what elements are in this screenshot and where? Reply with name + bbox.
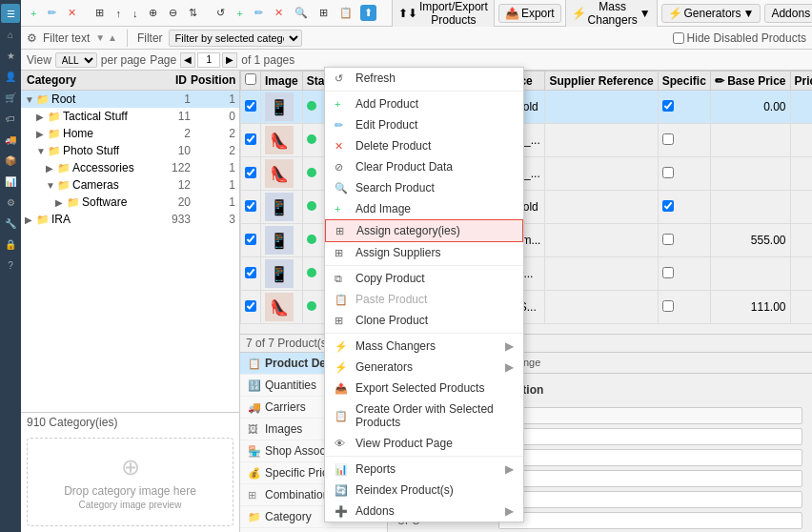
hide-disabled-checkbox[interactable] bbox=[673, 32, 684, 44]
ctx-add-image[interactable]: + Add Image bbox=[325, 198, 523, 219]
duplicate-btn[interactable]: ⊞ bbox=[91, 5, 108, 21]
delete-product-btn[interactable]: ✕ bbox=[64, 5, 80, 21]
generators-btn[interactable]: ⚡ Generators ▼ bbox=[661, 4, 761, 23]
add-category-btn[interactable]: + bbox=[233, 6, 246, 21]
page-input[interactable] bbox=[197, 52, 220, 68]
select-all-checkbox[interactable] bbox=[245, 73, 256, 85]
nav-item-suppliers[interactable]: 👥 Suppliers bbox=[240, 528, 387, 532]
sidebar-icon-truck[interactable]: 🚚 bbox=[1, 130, 20, 149]
category-image-drop[interactable]: ⊕ Drop category image here Category imag… bbox=[27, 438, 233, 526]
ctx-add-product[interactable]: + Add Product bbox=[325, 93, 523, 114]
sidebar-icon-home[interactable]: ⌂ bbox=[1, 25, 20, 44]
row5-check[interactable] bbox=[241, 224, 261, 257]
copy-btn[interactable]: ⊞ bbox=[315, 5, 332, 21]
row4-base-price bbox=[710, 191, 790, 224]
tree-item-cameras[interactable]: ▼ 📁 Cameras 12 1 bbox=[21, 176, 239, 194]
row6-check[interactable] bbox=[241, 257, 261, 291]
upc-field[interactable] bbox=[498, 512, 802, 529]
tree-item-software[interactable]: ▶ 📁 Software 20 1 bbox=[21, 194, 239, 211]
ctx-addons[interactable]: ➕ Addons ▶ bbox=[325, 501, 523, 522]
export-btn[interactable]: 📤 Export bbox=[498, 4, 561, 23]
ctx-edit-product[interactable]: ✏ Edit Product bbox=[325, 114, 523, 135]
ctx-search-product[interactable]: 🔍 Search Product bbox=[325, 177, 523, 198]
row5-base-price: 555.00 bbox=[710, 224, 790, 257]
per-page-select[interactable]: ALL bbox=[55, 52, 97, 68]
sidebar-icon-person[interactable]: 👤 bbox=[1, 67, 20, 86]
ctx-clear-data[interactable]: ⊘ Clear Product Data bbox=[325, 156, 523, 177]
collapse-btn[interactable]: ⊖ bbox=[165, 5, 181, 21]
row4-check[interactable] bbox=[241, 191, 261, 224]
mass-changers-btn[interactable]: ⚡ Mass Changers ▼ bbox=[565, 0, 658, 30]
ctx-clone-product[interactable]: ⊞ Clone Product bbox=[325, 310, 523, 331]
row1-check[interactable] bbox=[241, 91, 261, 124]
sidebar-icon-box[interactable]: 📦 bbox=[1, 151, 20, 170]
category-filter-select[interactable]: Filter by selected category bbox=[169, 30, 302, 47]
sidebar-icon-help[interactable]: ? bbox=[1, 256, 20, 275]
category-header: Category ID Position bbox=[21, 71, 239, 91]
sidebar-icon-menu[interactable]: ☰ bbox=[1, 4, 20, 23]
ctx-assign-suppliers[interactable]: ⊞ Assign Suppliers bbox=[325, 242, 523, 263]
ctx-refresh[interactable]: ↺ Refresh bbox=[325, 68, 523, 89]
row2-base-price bbox=[710, 124, 790, 157]
sort-btn[interactable]: ⇅ bbox=[185, 5, 201, 21]
tree-item-home[interactable]: ▶ 📁 Home 2 2 bbox=[21, 125, 239, 142]
status-field[interactable] bbox=[498, 428, 802, 445]
ean13-field[interactable] bbox=[498, 491, 802, 508]
ctx-reindex[interactable]: 🔄 Reindex Product(s) bbox=[325, 480, 523, 501]
edit-category-btn[interactable]: ✏ bbox=[251, 5, 267, 21]
tree-item-ira[interactable]: ▶ 📁 IRA 933 3 bbox=[21, 211, 239, 228]
tree-item-accessories[interactable]: ▶ 📁 Accessories 122 1 bbox=[21, 159, 239, 176]
quantities-label: Quantities bbox=[265, 379, 316, 392]
addons-btn[interactable]: Addons ▼ bbox=[764, 4, 812, 23]
ctx-assign-category[interactable]: ⊞ Assign category(ies) bbox=[325, 219, 523, 242]
home-folder-icon: 📁 bbox=[48, 128, 61, 140]
row5-price-with: 555.00 bbox=[790, 224, 812, 257]
ctx-view-page[interactable]: 👁 View Product Page bbox=[325, 433, 523, 454]
ctx-mass-changers[interactable]: ⚡ Mass Changers ▶ bbox=[325, 336, 523, 357]
row3-check[interactable] bbox=[241, 157, 261, 191]
expand-btn[interactable]: ⊕ bbox=[145, 5, 161, 21]
sidebar-icon-cart[interactable]: 🛒 bbox=[1, 88, 20, 107]
row1-base-price: 0.00 bbox=[710, 91, 790, 124]
sidebar-icon-settings[interactable]: ⚙ bbox=[1, 193, 20, 212]
row5-supplier-ref bbox=[545, 224, 658, 257]
reference-field[interactable] bbox=[498, 470, 802, 487]
import-export-btn[interactable]: ⬆⬇ Import/Export Products bbox=[392, 0, 495, 30]
ctx-delete-product[interactable]: ✕ Delete Product bbox=[325, 135, 523, 156]
edit-product-btn[interactable]: ✏ bbox=[44, 5, 60, 21]
sidebar-icon-star[interactable]: ★ bbox=[1, 46, 20, 65]
tree-item-root[interactable]: ▼ 📁 Root 1 1 bbox=[21, 91, 239, 108]
move-up-btn[interactable]: ↑ bbox=[112, 6, 125, 21]
ctx-create-order[interactable]: 📋 Create Order with Selected Products bbox=[325, 399, 523, 433]
tree-item-tactical[interactable]: ▶ 📁 Tactical Stuff 11 0 bbox=[21, 108, 239, 125]
sidebar-icon-chart[interactable]: 📊 bbox=[1, 172, 20, 191]
ctx-export-selected[interactable]: 📤 Export Selected Products bbox=[325, 378, 523, 399]
refresh-main-btn[interactable]: ↺ bbox=[213, 5, 229, 21]
ctx-generators[interactable]: ⚡ Generators ▶ bbox=[325, 357, 523, 378]
delete-category-btn[interactable]: ✕ bbox=[271, 5, 287, 21]
sidebar-icon-lock[interactable]: 🔒 bbox=[1, 235, 20, 254]
ctx-export-icon: 📤 bbox=[335, 382, 348, 395]
status-dot bbox=[307, 101, 316, 111]
search-btn[interactable]: 🔍 bbox=[291, 5, 312, 21]
row2-check[interactable] bbox=[241, 124, 261, 157]
prev-page-btn[interactable]: ◀ bbox=[180, 52, 195, 68]
hide-disabled-container: Hide Disabled Products bbox=[673, 31, 806, 45]
next-page-btn[interactable]: ▶ bbox=[222, 52, 237, 68]
category-nav-label: Category bbox=[265, 510, 312, 523]
product-name-field[interactable] bbox=[498, 449, 802, 466]
tree-item-photo[interactable]: ▼ 📁 Photo Stuff 10 2 bbox=[21, 142, 239, 159]
new-product-btn[interactable]: + bbox=[27, 6, 40, 21]
sidebar-icon-tag[interactable]: 🏷 bbox=[1, 109, 20, 128]
ctx-copy-product[interactable]: ⧉ Copy Product bbox=[325, 268, 523, 289]
paste-btn[interactable]: 📋 bbox=[335, 5, 356, 21]
product-id-field[interactable] bbox=[498, 407, 802, 424]
upload-image-btn[interactable]: ⬆ bbox=[360, 5, 376, 21]
sidebar-icon-wrench[interactable]: 🔧 bbox=[1, 214, 20, 233]
move-down-btn[interactable]: ↓ bbox=[129, 6, 142, 21]
row7-check[interactable] bbox=[241, 291, 261, 324]
ctx-copy-icon: ⧉ bbox=[335, 273, 348, 285]
row3-img: 👠 bbox=[261, 157, 303, 191]
ctx-reports[interactable]: 📊 Reports ▶ bbox=[325, 459, 523, 480]
ctx-sep1 bbox=[325, 91, 523, 92]
